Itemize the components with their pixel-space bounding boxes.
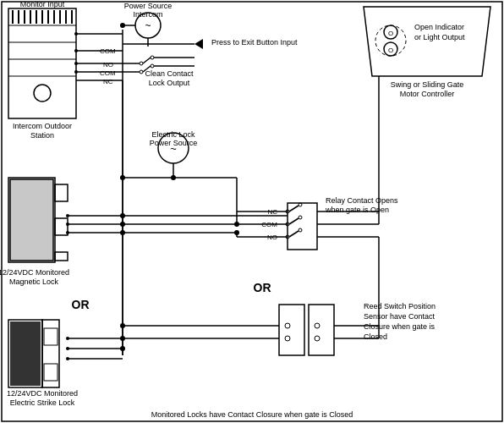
svg-point-156: [234, 230, 239, 235]
svg-text:Electric Lock: Electric Lock: [151, 130, 195, 139]
svg-text:Station: Station: [30, 131, 54, 140]
svg-text:Closed: Closed: [364, 332, 387, 341]
svg-point-155: [234, 222, 239, 227]
svg-text:12/24VDC Monitored: 12/24VDC Monitored: [7, 389, 78, 398]
svg-text:12/24VDC Monitored: 12/24VDC Monitored: [0, 268, 69, 277]
svg-point-160: [120, 23, 125, 28]
svg-text:or Light Output: or Light Output: [414, 33, 465, 41]
svg-text:Swing or Sliding Gate: Swing or Sliding Gate: [391, 80, 464, 89]
svg-text:Power Source: Power Source: [124, 2, 173, 10]
svg-text:COM: COM: [100, 69, 116, 77]
svg-text:Reed Switch Position: Reed Switch Position: [364, 302, 436, 310]
svg-point-161: [120, 175, 125, 180]
svg-text:O: O: [388, 30, 393, 37]
svg-text:Motor Controller: Motor Controller: [400, 90, 455, 98]
svg-text:OR: OR: [254, 281, 271, 294]
svg-text:Relay Contact Opens: Relay Contact Opens: [326, 196, 398, 205]
svg-text:Power Source: Power Source: [150, 139, 198, 147]
svg-text:OR: OR: [72, 298, 90, 311]
svg-text:Closure when gate is: Closure when gate is: [364, 322, 436, 331]
wiring-diagram: Monitor Input Intercom Outdoor Station ~…: [0, 0, 504, 423]
svg-text:Open Indicator: Open Indicator: [414, 23, 464, 31]
svg-text:~: ~: [145, 19, 151, 31]
svg-rect-61: [10, 179, 53, 261]
svg-text:Lock Output: Lock Output: [149, 79, 190, 87]
svg-text:Magnetic Lock: Magnetic Lock: [9, 277, 59, 286]
svg-rect-76: [10, 321, 41, 386]
svg-point-112: [171, 175, 176, 180]
svg-text:Intercom: Intercom: [133, 10, 162, 19]
svg-text:Electric Strike Lock: Electric Strike Lock: [10, 398, 75, 407]
svg-text:NO: NO: [103, 61, 113, 69]
svg-text:Intercom Outdoor: Intercom Outdoor: [13, 122, 72, 130]
svg-text:NC: NC: [103, 78, 113, 85]
svg-text:O: O: [388, 47, 393, 54]
svg-text:Monitored Locks have Contact C: Monitored Locks have Contact Closure whe…: [151, 410, 353, 419]
svg-text:Clean Contact: Clean Contact: [145, 69, 194, 78]
svg-text:Monitor Input: Monitor Input: [20, 0, 65, 8]
svg-text:Press to Exit Button Input: Press to Exit Button Input: [211, 38, 298, 47]
svg-text:Sensor have Contact: Sensor have Contact: [364, 312, 436, 321]
